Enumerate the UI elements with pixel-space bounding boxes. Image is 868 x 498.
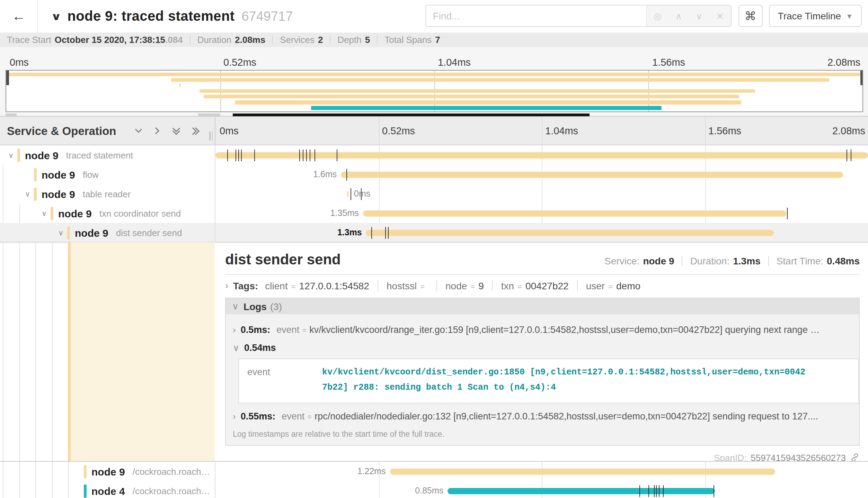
log-tick-marker xyxy=(656,485,657,497)
column-resizer[interactable] xyxy=(209,132,213,141)
find-input[interactable] xyxy=(426,6,646,26)
service-name: node 9 xyxy=(58,207,92,219)
service-color-bar xyxy=(84,465,87,478)
logs-note: Log timestamps are relative to the start… xyxy=(233,430,851,438)
stat-label: Depth xyxy=(337,35,361,45)
tag-chip: client=127.0.0.1:54582 xyxy=(265,280,369,291)
minimap-canvas[interactable] xyxy=(6,70,863,112)
span-row[interactable]: ∨node 9traced statement xyxy=(0,145,868,165)
span-tree-band xyxy=(0,242,215,461)
stat-label: Total Spans xyxy=(384,35,432,45)
ruler-tick-label: 0ms xyxy=(220,125,239,136)
minimap-span-bar xyxy=(204,95,739,99)
span-bar[interactable] xyxy=(390,468,776,474)
span-row[interactable]: ∨node 9table reader0ms xyxy=(0,184,868,203)
span-bar[interactable] xyxy=(341,171,843,178)
span-bar[interactable] xyxy=(366,229,774,236)
chevron-down-icon[interactable]: ∨ xyxy=(8,151,17,159)
span-row[interactable]: node 9/cockroach.roachpb.I…1.22ms xyxy=(0,462,868,481)
caret-up-icon[interactable]: ∧ xyxy=(675,11,682,21)
back-button[interactable]: ← xyxy=(0,0,38,33)
caret-down-icon[interactable]: ∨ xyxy=(696,11,702,21)
locate-icon[interactable]: ◎ xyxy=(654,11,662,21)
stat-value: 5 xyxy=(365,35,370,45)
span-detail-meta: Service:node 9Duration:1.3msStart Time:0… xyxy=(604,255,860,266)
ruler-tick-label: 1.04ms xyxy=(438,57,471,68)
stat-value: 2.08ms xyxy=(235,35,265,45)
detail-meta-label: Service: xyxy=(604,255,639,266)
span-row[interactable]: ∨node 9dist sender send1.3ms xyxy=(0,223,868,242)
log-tick-marker xyxy=(371,227,372,238)
detail-meta-label: Start Time: xyxy=(777,255,823,266)
log-tick-marker xyxy=(241,149,242,161)
expand-all-icon[interactable] xyxy=(191,126,201,136)
operation-name: table reader xyxy=(83,189,131,199)
minimap-left-handle[interactable] xyxy=(6,71,9,85)
logs-header[interactable]: ∨ Logs (3) xyxy=(226,298,859,314)
tags-row[interactable]: ›Tags:client=127.0.0.1:54582hostssl=node… xyxy=(225,280,860,291)
minimap-scroll-indicator[interactable] xyxy=(233,114,590,116)
collapse-all-icon[interactable] xyxy=(171,126,181,136)
log-tick-marker xyxy=(299,149,300,161)
chevron-down-icon[interactable]: ∨ xyxy=(25,190,34,198)
service-color-bar xyxy=(34,187,37,200)
expand-one-icon[interactable] xyxy=(152,126,162,136)
operation-name: dist sender send xyxy=(116,227,182,238)
log-tick-marker xyxy=(303,149,304,161)
log-tick-marker xyxy=(238,149,239,161)
span-duration-label: 1.3ms xyxy=(337,228,362,237)
collapse-one-icon[interactable] xyxy=(134,126,143,136)
service-name: node 9 xyxy=(75,227,108,238)
span-bar[interactable] xyxy=(448,488,715,494)
stat-label: Duration xyxy=(197,35,231,45)
log-entry-expanded[interactable]: ∨0.54ms xyxy=(233,343,851,353)
clear-icon[interactable]: ✕ xyxy=(716,11,724,21)
log-entry[interactable]: ›0.55ms:event=rpc/nodedialer/nodedialer.… xyxy=(233,411,851,422)
ruler-tick-label: 2.08ms xyxy=(832,125,865,136)
minimap-span-bar xyxy=(179,83,181,87)
span-bar[interactable] xyxy=(347,191,348,197)
keyboard-shortcuts-button[interactable]: ⌘ xyxy=(738,5,763,27)
copy-link-icon[interactable] xyxy=(850,453,860,461)
span-row[interactable]: ∨node 9txn coordinator send1.35ms xyxy=(0,203,868,223)
service-color-bar xyxy=(34,168,37,181)
chevron-down-icon[interactable]: ∨ xyxy=(42,209,51,217)
log-tick-marker xyxy=(314,149,315,161)
log-field-value: kv/kvclient/kvcoord/dist_sender.go:1850 … xyxy=(322,359,807,403)
ruler-tick-label: 1.56ms xyxy=(708,125,741,136)
log-tick-marker xyxy=(235,149,236,161)
chevron-down-icon: ∨ xyxy=(232,301,239,311)
log-tick-marker xyxy=(649,485,649,497)
span-bar[interactable] xyxy=(363,210,787,216)
span-row[interactable]: node 4/cockroach.roachpb.I…0.85ms xyxy=(0,481,868,498)
log-tick-marker xyxy=(713,485,714,497)
detail-meta-value: 1.3ms xyxy=(733,255,760,266)
log-tick-marker xyxy=(787,207,787,219)
tag-chip: txn=00427b22 xyxy=(501,280,569,291)
minimap-span-bar xyxy=(171,78,830,82)
span-bar[interactable] xyxy=(215,152,868,158)
tag-chip: user=demo xyxy=(586,280,640,291)
ruler-tick-label: 1.04ms xyxy=(545,125,578,136)
detail-meta-value: 0.48ms xyxy=(827,255,860,266)
log-tick-marker xyxy=(346,169,347,180)
log-tick-marker xyxy=(310,149,311,161)
log-tick-marker xyxy=(851,149,851,161)
chevron-down-icon[interactable]: ∨ xyxy=(58,228,67,237)
span-detail-row: dist sender send Service:node 9Duration:… xyxy=(0,242,868,462)
service-operation-header: Service & Operation xyxy=(0,117,215,145)
operation-name: /cockroach.roachpb.I… xyxy=(133,486,215,496)
log-tick-marker xyxy=(663,485,664,497)
stat-label: Services xyxy=(280,35,315,45)
chevron-down-icon: ∨ xyxy=(233,343,239,353)
span-detail-panel: dist sender send Service:node 9Duration:… xyxy=(215,242,868,461)
operation-name: /cockroach.roachpb.I… xyxy=(133,466,215,477)
chevron-right-icon: › xyxy=(233,411,236,422)
log-tick-marker xyxy=(307,149,307,161)
span-row[interactable]: node 9flow1.6ms xyxy=(0,165,868,184)
log-entry[interactable]: ›0.5ms:event=kv/kvclient/kvcoord/range_i… xyxy=(233,325,851,335)
service-color-bar xyxy=(67,226,70,239)
minimap-right-handle[interactable] xyxy=(860,71,862,85)
trace-timeline-dropdown[interactable]: Trace Timeline ▼ xyxy=(769,5,862,27)
collapse-trace-chevron-icon[interactable]: ∨ xyxy=(51,10,61,22)
